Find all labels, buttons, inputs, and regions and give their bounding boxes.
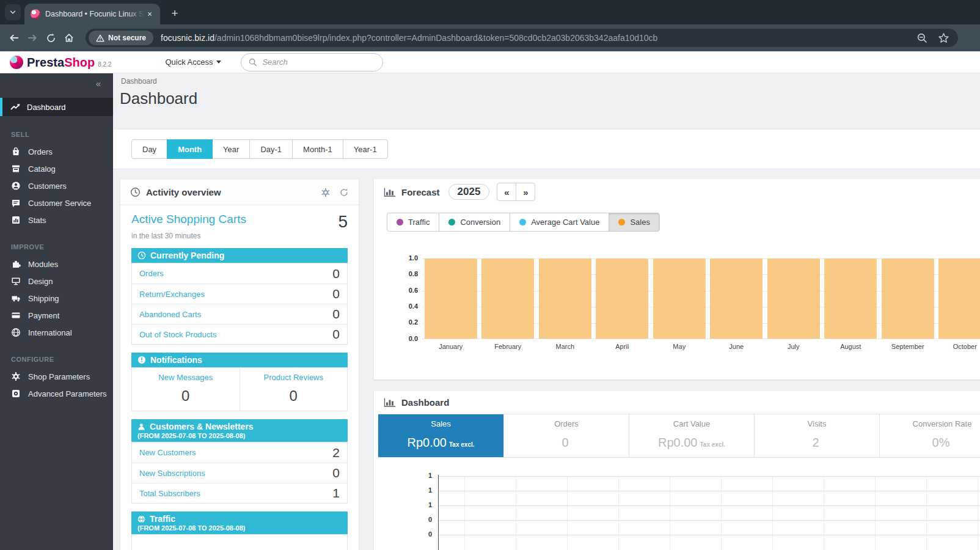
- metric-tab-cart-value[interactable]: Cart Value Rp0.00Tax excl.: [629, 414, 754, 457]
- legend-label: Traffic: [408, 218, 430, 227]
- sidebar-item-shop-parameters[interactable]: Shop Parameters: [0, 368, 113, 385]
- metric-label: Orders: [504, 419, 629, 428]
- active-carts-subtitle: in the last 30 minutes: [131, 232, 348, 240]
- brand-presta: Presta: [27, 56, 64, 69]
- globe-icon: [11, 328, 21, 337]
- gear-icon: [11, 372, 21, 381]
- metric-suffix: Tax excl.: [700, 441, 725, 448]
- sidebar-item-customers[interactable]: Customers: [0, 177, 113, 194]
- metric-tab-visits[interactable]: Visits 2: [754, 414, 879, 457]
- horizontal-gridlines: [438, 476, 980, 535]
- dashboard-metrics: Sales Rp0.00Tax excl. Orders 0 Cart Valu…: [378, 414, 980, 458]
- sidebar-item-catalog[interactable]: Catalog: [0, 160, 113, 177]
- store-icon: [11, 164, 21, 174]
- range-button-year-1[interactable]: Year-1: [343, 139, 388, 159]
- collapse-chevrons-icon: «: [96, 78, 101, 89]
- tab-close-icon[interactable]: ×: [144, 9, 155, 20]
- metric-tab-conversion-rate[interactable]: Conversion Rate 0%: [879, 414, 980, 457]
- range-button-year[interactable]: Year: [212, 139, 250, 159]
- sidebar-item-stats[interactable]: Stats: [0, 211, 113, 229]
- metric-suffix: Tax excl.: [449, 441, 475, 448]
- notifications-section-title: Notifications: [150, 355, 202, 365]
- forward-button[interactable]: [23, 29, 42, 47]
- bookmark-star-icon[interactable]: [938, 32, 949, 44]
- quick-access-menu[interactable]: Quick Access: [165, 57, 221, 67]
- prestashop-logo[interactable]: PrestaShop 8.2.2: [10, 56, 111, 69]
- abandoned-carts-link[interactable]: Abandoned Carts: [139, 310, 201, 319]
- panel-settings-gear-icon[interactable]: [321, 188, 331, 197]
- sidebar-section-configure: CONFIGURE: [11, 356, 113, 363]
- sidebar-item-advanced-parameters[interactable]: Advanced Parameters: [0, 385, 113, 402]
- next-year-button[interactable]: »: [516, 183, 535, 201]
- sidebar-item-shipping[interactable]: Shipping: [0, 290, 113, 307]
- list-item: Abandoned Carts0: [132, 304, 347, 324]
- sidebar-item-customer-service[interactable]: Customer Service: [0, 194, 113, 211]
- browser-tab[interactable]: Dashboard • Focunic Linux Stor ×: [24, 4, 160, 24]
- prestashop-header: PrestaShop 8.2.2 Quick Access: [0, 51, 980, 73]
- out-of-stock-link[interactable]: Out of Stock Products: [139, 330, 216, 339]
- security-chip[interactable]: Not secure: [89, 31, 153, 45]
- search-input[interactable]: [262, 57, 366, 67]
- brand-shop: Shop: [64, 56, 95, 69]
- x-axis-labels: January February March April May June Ju…: [422, 343, 980, 350]
- y-axis-tick: 0.4: [374, 302, 418, 310]
- home-button[interactable]: [60, 29, 78, 47]
- new-customers-link[interactable]: New Customers: [139, 448, 196, 457]
- truck-icon: [11, 293, 21, 303]
- sidebar-collapse-button[interactable]: «: [0, 73, 113, 93]
- legend-traffic-button[interactable]: Traffic: [387, 213, 439, 232]
- sidebar-item-label: Design: [28, 277, 53, 286]
- new-messages-link[interactable]: New Messages: [132, 373, 240, 382]
- x-axis-label: February: [480, 343, 537, 350]
- x-axis-label: July: [765, 343, 822, 350]
- range-button-month[interactable]: Month: [167, 139, 213, 159]
- legend-sales-button[interactable]: Sales: [609, 213, 660, 232]
- product-reviews-link[interactable]: Product Reviews: [240, 373, 348, 382]
- customers-list: New Customers2 New Subscriptions0 Total …: [131, 442, 348, 504]
- notifications-grid: New Messages 0 Product Reviews 0: [131, 367, 348, 411]
- activity-panel-title: Activity overview: [146, 187, 221, 197]
- traffic-section-range: (FROM 2025-07-08 TO 2025-08-08): [137, 524, 342, 532]
- legend-average-cart-value-button[interactable]: Average Cart Value: [510, 213, 609, 232]
- previous-year-button[interactable]: «: [497, 183, 516, 201]
- new-messages-value: 0: [132, 387, 240, 405]
- list-item: New Messages 0: [132, 368, 240, 411]
- admin-search[interactable]: [241, 53, 383, 72]
- traffic-list: [131, 534, 348, 550]
- orders-link[interactable]: Orders: [139, 269, 164, 278]
- zoom-indicator-icon[interactable]: [916, 32, 928, 44]
- reload-button[interactable]: [42, 29, 60, 47]
- list-item: Return/Exchanges0: [132, 284, 347, 304]
- url-path: /admin1068hdbmam0bise9lrp/index.php?cont…: [214, 33, 657, 43]
- returns-link[interactable]: Return/Exchanges: [139, 290, 205, 299]
- metric-tab-sales[interactable]: Sales Rp0.00Tax excl.: [378, 414, 503, 457]
- bar-august: [824, 258, 877, 339]
- range-button-day-1[interactable]: Day-1: [249, 139, 293, 159]
- sidebar-item-payment[interactable]: Payment: [0, 307, 113, 324]
- new-subscriptions-link[interactable]: New Subscriptions: [139, 469, 205, 478]
- legend-conversion-button[interactable]: Conversion: [439, 213, 510, 232]
- tab-search-button[interactable]: [5, 4, 21, 20]
- active-carts-link[interactable]: Active Shopping Carts: [131, 213, 246, 226]
- sidebar-item-dashboard[interactable]: Dashboard: [0, 98, 113, 116]
- range-button-day[interactable]: Day: [131, 139, 167, 159]
- total-subscribers-link[interactable]: Total Subscribers: [139, 489, 200, 498]
- sidebar-item-modules[interactable]: Modules: [0, 255, 113, 273]
- address-bar[interactable]: Not secure focusnic.biz.id/admin1068hdbm…: [86, 29, 958, 47]
- activity-panel-header: Activity overview: [120, 180, 359, 205]
- metric-tab-orders[interactable]: Orders 0: [503, 414, 629, 457]
- customers-section-header: Customers & Newsletters (FROM 2025-07-08…: [131, 419, 348, 442]
- range-button-month-1[interactable]: Month-1: [292, 139, 343, 159]
- sidebar-item-orders[interactable]: Orders: [0, 143, 113, 160]
- activity-overview-panel: Activity overview Active Shopping Carts …: [120, 180, 359, 550]
- metric-label: Cart Value: [629, 419, 754, 428]
- active-carts-value: 5: [338, 213, 348, 231]
- url-domain: focusnic.biz.id: [161, 33, 214, 43]
- panel-refresh-icon[interactable]: [339, 188, 349, 197]
- exclamation-circle-icon: [137, 356, 146, 364]
- back-button[interactable]: [5, 29, 23, 47]
- sidebar-item-design[interactable]: Design: [0, 273, 113, 290]
- x-axis-label: June: [708, 343, 766, 350]
- sidebar-item-international[interactable]: International: [0, 324, 113, 341]
- new-tab-button[interactable]: +: [167, 6, 182, 21]
